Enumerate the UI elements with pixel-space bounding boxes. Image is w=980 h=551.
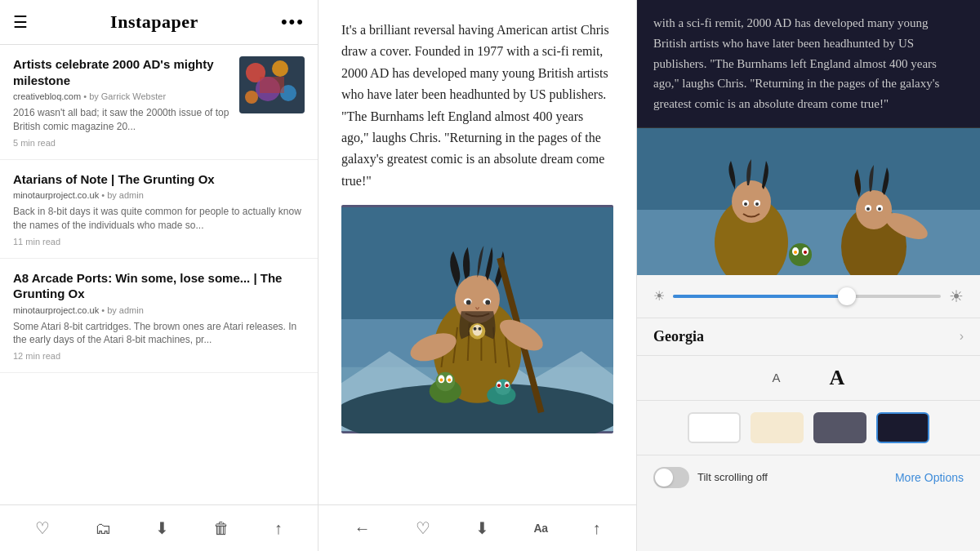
chevron-right-icon: › xyxy=(960,329,964,344)
article-meta: creativebloq.com • by Garrick Webster xyxy=(13,91,231,101)
bottom-options-row: Tilt scrolling off More Options xyxy=(637,455,980,500)
back-icon[interactable]: ← xyxy=(348,516,377,541)
font-size-increase[interactable]: A xyxy=(830,366,845,390)
article-source: creativebloq.com xyxy=(13,91,81,101)
svg-point-22 xyxy=(466,300,471,305)
app-logo: Instapaper xyxy=(110,11,198,33)
share-icon[interactable]: ↑ xyxy=(268,516,289,541)
brightness-fill xyxy=(673,295,847,298)
brightness-thumb[interactable] xyxy=(838,287,856,305)
article-meta: minotaurproject.co.uk • by admin xyxy=(13,305,305,315)
font-name-label: Georgia xyxy=(653,328,704,345)
article-image xyxy=(341,205,613,433)
brightness-slider[interactable] xyxy=(673,295,941,298)
theme-cream-swatch[interactable] xyxy=(751,412,804,443)
read-time: 12 min read xyxy=(13,351,305,361)
tilt-toggle[interactable] xyxy=(653,467,689,488)
font-size-decrease[interactable]: A xyxy=(773,371,781,384)
hamburger-icon[interactable]: ☰ xyxy=(13,12,28,32)
theme-dark-swatch[interactable] xyxy=(813,412,866,443)
right-article-image xyxy=(637,128,980,275)
theme-white-swatch[interactable] xyxy=(688,412,741,443)
article-author: admin xyxy=(119,305,144,315)
list-item[interactable]: Atarians of Note | The Grunting Ox minot… xyxy=(0,160,318,259)
article-title: Atarians of Note | The Grunting Ox xyxy=(13,171,305,188)
article-excerpt: 2016 wasn't all bad; it saw the 2000th i… xyxy=(13,106,231,134)
delete-icon[interactable]: 🗑 xyxy=(207,516,236,541)
font-size-row: A A xyxy=(637,356,980,401)
left-bottom-toolbar: ♡ 🗂 ⬇ 🗑 ↑ xyxy=(0,504,318,551)
read-time: 5 min read xyxy=(13,138,231,148)
more-options-button[interactable]: More Options xyxy=(895,471,964,484)
svg-point-49 xyxy=(744,202,747,206)
svg-point-26 xyxy=(474,327,477,331)
svg-point-55 xyxy=(866,207,870,211)
article-content[interactable]: It's a brilliant reversal having America… xyxy=(318,0,636,504)
read-time: 11 min read xyxy=(13,237,305,247)
more-options-icon[interactable]: ••• xyxy=(281,11,305,33)
svg-point-41 xyxy=(497,384,501,387)
author-separator: • by xyxy=(101,190,119,200)
theme-black-swatch[interactable] xyxy=(876,412,929,443)
svg-point-2 xyxy=(272,60,288,77)
article-title: A8 Arcade Ports: Win some, lose some... … xyxy=(13,270,305,302)
article-source: minotaurproject.co.uk xyxy=(13,305,99,315)
article-excerpt: Some Atari 8-bit cartridges. The brown o… xyxy=(13,320,305,348)
toggle-thumb xyxy=(655,469,673,487)
svg-point-62 xyxy=(804,251,807,254)
brightness-high-icon: ☀ xyxy=(949,287,964,306)
article-list: Artists celebrate 2000 AD's mighty miles… xyxy=(0,45,318,504)
svg-point-42 xyxy=(506,384,509,387)
folder-icon[interactable]: 🗂 xyxy=(88,516,118,541)
article-title: Artists celebrate 2000 AD's mighty miles… xyxy=(13,56,231,88)
left-header: ☰ Instapaper ••• xyxy=(0,0,318,45)
article-text: Atarians of Note | The Grunting Ox minot… xyxy=(13,171,305,247)
svg-point-36 xyxy=(448,379,451,382)
svg-rect-6 xyxy=(260,77,284,93)
svg-point-52 xyxy=(856,190,892,229)
brightness-low-icon: ☀ xyxy=(653,288,665,304)
svg-point-5 xyxy=(245,91,258,104)
list-item[interactable]: Artists celebrate 2000 AD's mighty miles… xyxy=(0,45,318,160)
text-settings-icon[interactable]: Aa xyxy=(528,518,555,538)
article-text: A8 Arcade Ports: Win some, lose some... … xyxy=(13,270,305,362)
article-author: admin xyxy=(119,190,144,200)
svg-rect-44 xyxy=(637,210,980,275)
left-panel: ☰ Instapaper ••• Artists celebrate 2000 … xyxy=(0,0,318,551)
svg-point-50 xyxy=(755,202,759,206)
article-body-paragraph: It's a brilliant reversal having America… xyxy=(341,20,613,192)
tilt-label: Tilt scrolling off xyxy=(697,471,768,483)
middle-bottom-bar: ← ♡ ⬇ Aa ↑ xyxy=(318,504,636,551)
author-separator: • by xyxy=(83,91,101,101)
like-icon[interactable]: ♡ xyxy=(409,515,437,541)
list-item[interactable]: A8 Arcade Ports: Win some, lose some... … xyxy=(0,259,318,374)
svg-point-23 xyxy=(485,300,490,305)
like-icon[interactable]: ♡ xyxy=(29,515,56,541)
article-author: Garrick Webster xyxy=(101,91,166,101)
svg-point-56 xyxy=(878,207,881,211)
svg-point-27 xyxy=(478,327,481,331)
tilt-toggle-area: Tilt scrolling off xyxy=(653,467,768,488)
svg-point-25 xyxy=(473,325,483,336)
middle-panel: It's a brilliant reversal having America… xyxy=(318,0,637,551)
article-thumbnail xyxy=(239,56,305,113)
archive-icon[interactable]: ⬇ xyxy=(149,515,176,541)
right-article-text: with a sci-fi remit, 2000 AD has develop… xyxy=(637,0,980,128)
svg-point-38 xyxy=(495,380,511,396)
svg-point-61 xyxy=(794,251,797,254)
svg-point-32 xyxy=(436,372,456,392)
svg-point-35 xyxy=(439,379,443,382)
right-panel: with a sci-fi remit, 2000 AD has develop… xyxy=(637,0,980,551)
archive-icon[interactable]: ⬇ xyxy=(469,515,496,541)
svg-point-58 xyxy=(789,243,812,266)
author-separator: • by xyxy=(101,305,119,315)
font-selector-row[interactable]: Georgia › xyxy=(637,318,980,356)
article-excerpt: Back in 8-bit days it was quite common f… xyxy=(13,205,305,233)
article-source: minotaurproject.co.uk xyxy=(13,190,99,200)
settings-area: ☀ ☀ Georgia › A A xyxy=(637,275,980,551)
article-meta: minotaurproject.co.uk • by admin xyxy=(13,190,305,200)
share-icon[interactable]: ↑ xyxy=(586,516,607,541)
theme-selector-row xyxy=(637,401,980,455)
brightness-row: ☀ ☀ xyxy=(637,275,980,318)
article-text: Artists celebrate 2000 AD's mighty miles… xyxy=(13,56,231,148)
